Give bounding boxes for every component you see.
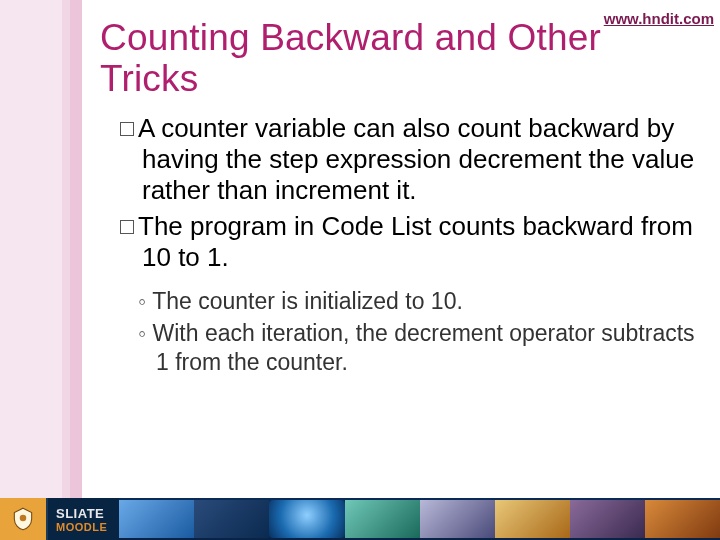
brand-block: SLIATE MOODLE	[48, 498, 119, 540]
content-area: Counting Backward and Other Tricks A cou…	[100, 18, 700, 381]
bullet-text: A counter variable can also count backwa…	[138, 113, 694, 204]
bullet-item: The program in Code List counts backward…	[120, 211, 700, 272]
bullet-item: A counter variable can also count backwa…	[120, 113, 700, 205]
sub-list: The counter is initialized to 10. With e…	[138, 287, 700, 377]
bullet-text: The program in Code List counts backward…	[138, 211, 693, 272]
footer-decoration	[119, 498, 720, 540]
crest-icon	[0, 498, 48, 540]
checkbox-icon	[120, 220, 134, 234]
brand-line-1: SLIATE	[56, 506, 107, 521]
globe-icon	[269, 500, 344, 538]
svg-point-0	[20, 515, 27, 522]
sub-item: With each iteration, the decrement opera…	[138, 319, 700, 377]
left-accent-strip	[0, 0, 82, 498]
slide: www.hndit.com Counting Backward and Othe…	[0, 0, 720, 540]
checkbox-icon	[120, 122, 134, 136]
brand-line-2: MOODLE	[56, 521, 107, 533]
body-text: A counter variable can also count backwa…	[116, 113, 700, 377]
slide-title: Counting Backward and Other Tricks	[100, 18, 700, 99]
footer-bar: SLIATE MOODLE	[0, 498, 720, 540]
sub-item: The counter is initialized to 10.	[138, 287, 700, 316]
